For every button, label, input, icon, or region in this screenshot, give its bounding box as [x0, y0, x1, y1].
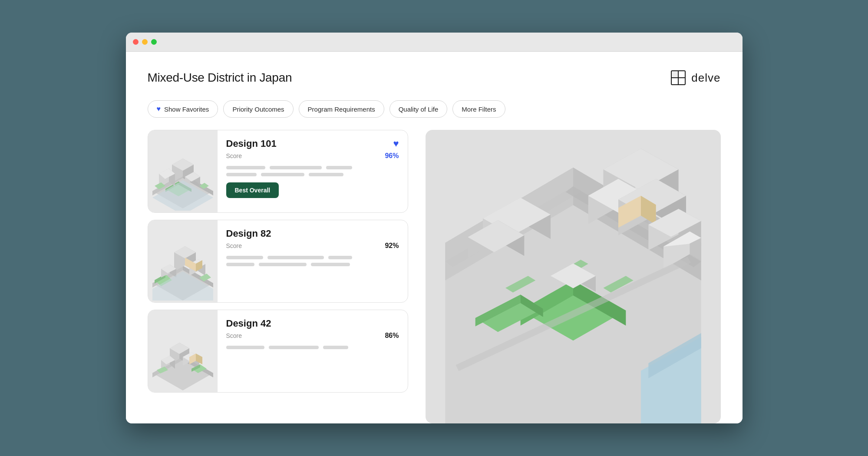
skel-bar	[226, 256, 263, 259]
app-content: Mixed-Use District in Japan delve ♥ Show…	[126, 52, 743, 423]
svg-rect-3	[671, 71, 678, 78]
browser-titlebar	[126, 33, 743, 52]
brand-name: delve	[691, 71, 720, 85]
filter-priority-outcomes[interactable]: Priority Outcomes	[223, 100, 293, 118]
skeleton-42	[226, 346, 399, 349]
design-101-body: Design 101 ♥ Score 96%	[218, 130, 408, 212]
score-value-42: 86%	[385, 332, 399, 340]
best-overall-button[interactable]: Best Overall	[226, 182, 279, 198]
design-42-name: Design 42	[226, 318, 271, 329]
filter-quality-of-life[interactable]: Quality of Life	[389, 100, 448, 118]
score-value-101: 96%	[385, 152, 399, 160]
design-card-42[interactable]: Design 42 Score 86%	[148, 310, 408, 393]
design-thumb-82	[148, 220, 218, 302]
design-101-name: Design 101	[226, 138, 277, 149]
design-42-body: Design 42 Score 86%	[218, 310, 408, 392]
skel-bar	[323, 346, 348, 349]
page-title: Mixed-Use District in Japan	[148, 71, 292, 85]
skel-bar	[311, 263, 350, 266]
skeleton-82	[226, 256, 399, 266]
brand-icon	[670, 69, 687, 86]
design-82-body: Design 82 Score 92%	[218, 220, 408, 302]
skel-bar	[269, 346, 319, 349]
minimize-button[interactable]	[142, 39, 148, 45]
close-button[interactable]	[133, 39, 139, 45]
brand-logo: delve	[670, 69, 720, 86]
score-value-82: 92%	[385, 242, 399, 250]
design-thumb-101	[148, 130, 218, 212]
skel-bar	[267, 256, 324, 259]
designs-list: Design 101 ♥ Score 96%	[148, 130, 417, 423]
skel-bar	[326, 166, 352, 169]
skel-bar	[226, 263, 254, 266]
design-thumb-42	[148, 310, 218, 392]
skel-bar	[226, 346, 264, 349]
score-label-101: Score	[226, 152, 242, 159]
traffic-lights	[133, 39, 157, 45]
skel-bar	[270, 166, 322, 169]
score-label-82: Score	[226, 242, 242, 249]
design-card-101[interactable]: Design 101 ♥ Score 96%	[148, 130, 408, 213]
skel-bar	[259, 263, 307, 266]
skel-bar	[226, 173, 257, 176]
browser-window: Mixed-Use District in Japan delve ♥ Show…	[126, 33, 743, 423]
skel-bar	[328, 256, 352, 259]
skel-bar	[226, 166, 265, 169]
skeleton-101	[226, 166, 399, 176]
skel-bar	[261, 173, 304, 176]
filter-show-favorites[interactable]: ♥ Show Favorites	[148, 100, 218, 118]
score-label-42: Score	[226, 332, 242, 339]
design-82-name: Design 82	[226, 228, 271, 239]
map-svg	[426, 130, 721, 423]
filter-program-requirements[interactable]: Program Requirements	[299, 100, 384, 118]
map-panel	[426, 130, 721, 423]
filters-bar: ♥ Show Favorites Priority Outcomes Progr…	[148, 100, 721, 118]
maximize-button[interactable]	[151, 39, 157, 45]
skel-bar	[309, 173, 343, 176]
filter-more-filters[interactable]: More Filters	[452, 100, 505, 118]
heart-icon: ♥	[157, 105, 161, 113]
design-101-heart[interactable]: ♥	[393, 138, 399, 149]
design-card-82[interactable]: Design 82 Score 92%	[148, 220, 408, 303]
main-layout: Design 101 ♥ Score 96%	[148, 130, 721, 423]
app-header: Mixed-Use District in Japan delve	[148, 69, 721, 86]
